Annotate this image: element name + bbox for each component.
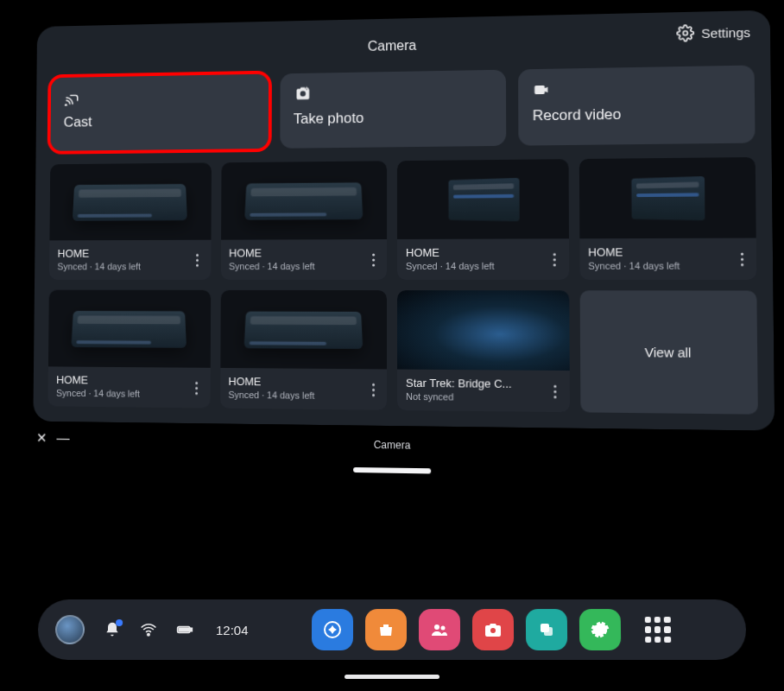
more-icon[interactable] bbox=[188, 381, 205, 394]
more-icon[interactable] bbox=[732, 252, 750, 266]
camera-panel: Camera Settings Cast Take photo bbox=[33, 10, 775, 431]
take-photo-tile[interactable]: Take photo bbox=[280, 70, 507, 149]
media-thumbnail bbox=[220, 290, 387, 370]
minimize-icon[interactable]: — bbox=[56, 430, 69, 446]
view-all-label: View all bbox=[645, 344, 692, 359]
battery-icon[interactable] bbox=[176, 621, 193, 638]
media-thumbnail bbox=[579, 157, 756, 238]
media-thumbnail bbox=[397, 159, 569, 239]
media-grid: HOME Synced · 14 days left HOME Synced ·… bbox=[47, 157, 757, 415]
media-subtitle: Not synced bbox=[406, 391, 560, 403]
view-all-tile[interactable]: View all bbox=[579, 290, 758, 414]
taskbar: 12:04 bbox=[37, 599, 746, 660]
more-icon[interactable] bbox=[189, 253, 205, 266]
media-subtitle: Synced · 14 days left bbox=[588, 260, 747, 271]
more-icon[interactable] bbox=[364, 383, 382, 396]
svg-point-7 bbox=[440, 626, 445, 631]
media-card[interactable]: HOME Synced · 14 days left bbox=[49, 162, 212, 280]
app-explore[interactable] bbox=[312, 609, 353, 650]
svg-point-8 bbox=[490, 628, 496, 633]
svg-point-1 bbox=[148, 634, 149, 636]
avatar[interactable] bbox=[55, 615, 85, 644]
media-title: HOME bbox=[406, 245, 560, 259]
media-card[interactable]: Star Trek: Bridge C... Not synced bbox=[397, 290, 570, 412]
svg-rect-3 bbox=[179, 628, 188, 631]
media-title: Star Trek: Bridge C... bbox=[406, 377, 560, 391]
app-multitask[interactable] bbox=[526, 609, 567, 650]
taskbar-apps bbox=[312, 609, 676, 650]
more-icon[interactable] bbox=[546, 253, 564, 266]
close-icon[interactable]: ✕ bbox=[36, 430, 47, 447]
taskbar-status: 12:04 bbox=[55, 615, 249, 644]
media-subtitle: Synced · 14 days left bbox=[57, 261, 202, 271]
record-video-tile[interactable]: Record video bbox=[518, 65, 755, 145]
window-bar: ✕ — Camera bbox=[33, 428, 775, 464]
media-thumbnail bbox=[48, 290, 211, 368]
drag-handle[interactable] bbox=[353, 467, 431, 474]
window-title: Camera bbox=[374, 439, 411, 452]
page-title: Camera bbox=[368, 38, 416, 54]
window-controls: ✕ — bbox=[36, 430, 70, 447]
media-card[interactable]: HOME Synced · 14 days left bbox=[579, 157, 756, 280]
taskbar-drag-handle[interactable] bbox=[345, 675, 439, 679]
media-thumbnail bbox=[221, 161, 387, 239]
media-title: HOME bbox=[588, 245, 747, 259]
media-card[interactable]: HOME Synced · 14 days left bbox=[220, 290, 387, 410]
media-thumbnail bbox=[49, 162, 211, 240]
panel-header: Camera Settings bbox=[51, 23, 754, 68]
media-card[interactable]: HOME Synced · 14 days left bbox=[220, 161, 387, 280]
media-card[interactable]: HOME Synced · 14 days left bbox=[397, 159, 569, 280]
svg-rect-4 bbox=[191, 628, 193, 631]
take-photo-label: Take photo bbox=[294, 108, 493, 128]
wifi-icon[interactable] bbox=[140, 621, 157, 638]
media-title: HOME bbox=[58, 247, 203, 260]
app-settings[interactable] bbox=[579, 609, 622, 650]
cast-tile[interactable]: Cast bbox=[50, 74, 268, 151]
notifications-icon[interactable] bbox=[104, 621, 121, 638]
app-library-icon[interactable] bbox=[640, 612, 677, 648]
more-icon[interactable] bbox=[547, 384, 565, 398]
media-card[interactable]: HOME Synced · 14 days left bbox=[47, 290, 210, 409]
record-video-label: Record video bbox=[533, 105, 741, 125]
media-thumbnail bbox=[397, 290, 569, 371]
gear-icon bbox=[676, 24, 694, 42]
svg-rect-10 bbox=[544, 627, 553, 636]
media-subtitle: Synced · 14 days left bbox=[229, 261, 378, 271]
media-title: HOME bbox=[229, 246, 378, 259]
media-title: HOME bbox=[228, 375, 378, 390]
cast-label: Cast bbox=[64, 111, 255, 131]
action-row: Cast Take photo Record video bbox=[50, 65, 755, 150]
video-icon bbox=[533, 81, 552, 98]
media-subtitle: Synced · 14 days left bbox=[56, 388, 201, 400]
cast-icon bbox=[64, 89, 82, 106]
app-people[interactable] bbox=[419, 609, 460, 650]
settings-label: Settings bbox=[701, 24, 750, 40]
app-camera[interactable] bbox=[472, 609, 514, 650]
media-subtitle: Synced · 14 days left bbox=[406, 261, 560, 271]
media-title: HOME bbox=[56, 373, 201, 387]
camera-icon bbox=[294, 85, 313, 102]
settings-button[interactable]: Settings bbox=[676, 23, 750, 42]
more-icon[interactable] bbox=[364, 253, 382, 266]
media-subtitle: Synced · 14 days left bbox=[228, 390, 378, 402]
clock: 12:04 bbox=[216, 623, 249, 637]
svg-point-0 bbox=[683, 31, 687, 35]
app-store[interactable] bbox=[365, 609, 407, 650]
svg-point-6 bbox=[434, 624, 439, 630]
